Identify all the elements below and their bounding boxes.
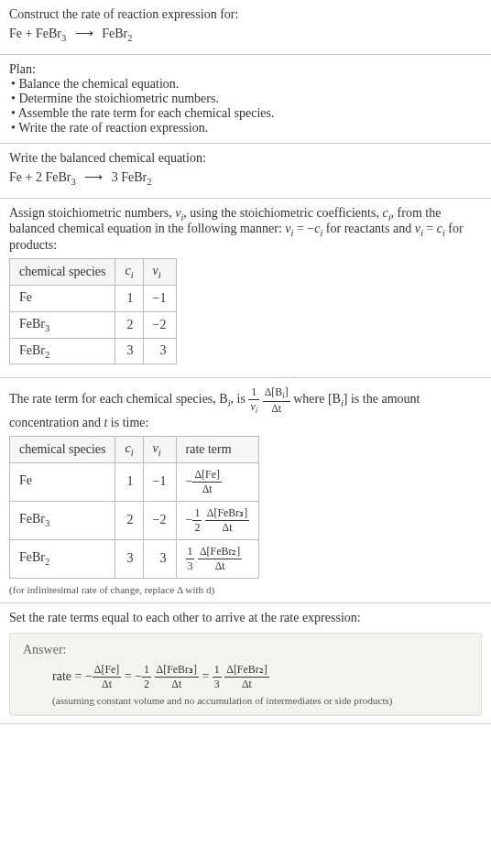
- plan-item: • Determine the stoichiometric numbers.: [11, 92, 482, 106]
- plan-item: • Balance the chemical equation.: [11, 77, 482, 92]
- table-row: FeBr3 2 −2 −12 Δ[FeBr₃]Δt: [10, 501, 259, 539]
- infinitesimal-note: (for infinitesimal rate of change, repla…: [9, 584, 482, 595]
- table-header-row: chemical species ci νi rate term: [10, 436, 259, 462]
- col-nui: νi: [143, 436, 176, 462]
- rate-term-section: The rate term for each chemical species,…: [0, 378, 491, 602]
- reactant-1: Fe: [9, 27, 22, 40]
- col-species: chemical species: [10, 436, 115, 462]
- stoichiometry-table: chemical species ci νi Fe 1 −1 FeBr3 2 −…: [9, 258, 177, 364]
- reactant-2: FeBr: [36, 27, 61, 40]
- balanced-title: Write the balanced chemical equation:: [9, 151, 482, 166]
- plan-title: Plan:: [9, 62, 482, 77]
- col-ci: ci: [115, 259, 143, 286]
- product-1: FeBr: [102, 27, 127, 40]
- arrow-icon: ⟶: [84, 169, 103, 185]
- prompt-title: Construct the rate of reaction expressio…: [9, 7, 482, 22]
- col-species: chemical species: [10, 259, 115, 286]
- assumption-note: (assuming constant volume and no accumul…: [52, 695, 468, 706]
- col-nui: νi: [143, 259, 176, 286]
- header-section: Construct the rate of reaction expressio…: [0, 0, 491, 55]
- col-ci: ci: [115, 436, 143, 462]
- table-row: FeBr2 3 3 13 Δ[FeBr₂]Δt: [10, 539, 259, 578]
- table-row: Fe 1 −1: [10, 285, 177, 311]
- final-section: Set the rate terms equal to each other t…: [0, 603, 491, 724]
- balanced-section: Write the balanced chemical equation: Fe…: [0, 144, 491, 199]
- assign-text: Assign stoichiometric numbers, νi, using…: [9, 206, 482, 254]
- plan-item: • Assemble the rate term for each chemic…: [11, 106, 482, 121]
- assign-section: Assign stoichiometric numbers, νi, using…: [0, 199, 491, 379]
- unbalanced-equation: Fe + FeBr3 ⟶ FeBr2: [9, 26, 482, 43]
- table-row: FeBr2 3 3: [10, 338, 177, 364]
- answer-box: Answer: rate = −Δ[Fe]Δt = −12 Δ[FeBr₃]Δt…: [9, 633, 482, 716]
- rate-expression: rate = −Δ[Fe]Δt = −12 Δ[FeBr₃]Δt = 13 Δ[…: [52, 663, 468, 691]
- col-rate: rate term: [176, 436, 259, 462]
- table-row: FeBr3 2 −2: [10, 311, 177, 338]
- fraction: Δ[Bi]Δt: [263, 385, 290, 415]
- answer-label: Answer:: [23, 643, 468, 657]
- arrow-icon: ⟶: [75, 26, 93, 41]
- plan-section: Plan: • Balance the chemical equation. •…: [0, 55, 491, 144]
- balanced-equation: Fe + 2 FeBr3 ⟶ 3 FeBr2: [9, 169, 482, 187]
- plan-item: • Write the rate of reaction expression.: [11, 121, 482, 136]
- table-header-row: chemical species ci νi: [10, 259, 177, 286]
- rate-term-table: chemical species ci νi rate term Fe 1 −1…: [9, 436, 259, 579]
- fraction: 1νi: [248, 385, 259, 415]
- final-title: Set the rate terms equal to each other t…: [9, 611, 482, 625]
- table-row: Fe 1 −1 −Δ[Fe]Δt: [10, 462, 259, 501]
- rate-term-text: The rate term for each chemical species,…: [9, 385, 482, 429]
